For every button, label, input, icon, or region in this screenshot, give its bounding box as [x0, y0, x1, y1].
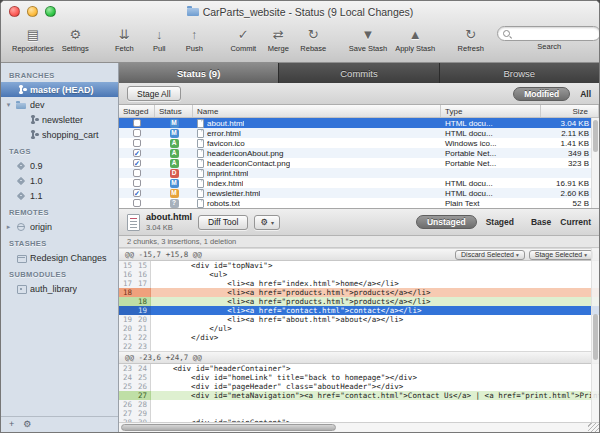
new-line-number: 15: [135, 261, 151, 270]
file-row[interactable]: M error.html HTML docu... 2.11 KB: [119, 128, 599, 138]
diff-line[interactable]: 18 <li><a href="products.html">products<…: [119, 297, 599, 306]
settings-button[interactable]: ⚙ Settings: [59, 24, 92, 54]
disclosure-triangle-icon[interactable]: ▸: [4, 223, 13, 231]
staged-checkbox[interactable]: [133, 119, 141, 127]
diff-line[interactable]: 15 15 <div id="topNavi">: [119, 261, 599, 270]
column-header-status[interactable]: Status: [155, 105, 193, 117]
push-button[interactable]: ↑ Push: [178, 24, 211, 54]
diff-line[interactable]: 19 20 <li><a href="about.html">about</a>…: [119, 315, 599, 324]
column-header-size[interactable]: Size: [541, 105, 599, 117]
sidebar-item-origin[interactable]: ▸ origin: [1, 219, 118, 234]
stage-selected-button[interactable]: Stage Selected ▾: [529, 250, 593, 260]
pull-button[interactable]: ↓ Pull: [143, 24, 176, 54]
diff-tool-button[interactable]: Diff Tool: [198, 215, 248, 230]
titlebar[interactable]: CarParts_website - Status (9 Local Chang…: [1, 1, 599, 22]
commit-icon: ✓: [238, 25, 249, 44]
column-header-type[interactable]: Type: [441, 105, 541, 117]
column-header-staged[interactable]: Staged: [119, 105, 155, 117]
staged-checkbox[interactable]: [133, 129, 141, 137]
filter-all-button[interactable]: All: [580, 89, 591, 99]
table-scrollbar[interactable]: [591, 118, 599, 208]
diff-line[interactable]: 18 <li><a href="products.html">products<…: [119, 288, 599, 297]
repositories-button[interactable]: ▤ Repositories: [9, 24, 57, 54]
sidebar-item-dev[interactable]: ▾ dev: [1, 97, 118, 112]
diff-scrollbar-thumb[interactable]: [593, 314, 598, 360]
add-icon[interactable]: +: [9, 420, 14, 429]
save-stash-button[interactable]: ▼ Save Stash: [346, 24, 390, 54]
commit-button[interactable]: ✓ Commit: [227, 24, 260, 54]
pull-icon: ↓: [156, 25, 163, 44]
tab-commits[interactable]: Commits: [279, 63, 439, 83]
staged-checkbox[interactable]: ✓: [133, 189, 141, 197]
close-button[interactable]: [9, 6, 20, 17]
line-text: <li><a href="products.html">products</a>…: [151, 297, 599, 306]
diff-line[interactable]: 27 29: [119, 409, 599, 418]
staged-checkbox[interactable]: [133, 199, 141, 207]
file-icon: [197, 189, 204, 198]
sidebar-item-master-head[interactable]: master (HEAD): [1, 82, 118, 97]
file-row[interactable]: D imprint.html: [119, 168, 599, 178]
file-row[interactable]: M index.html HTML docu... 16.91 KB: [119, 178, 599, 188]
merge-button[interactable]: ⇄ Merge: [262, 24, 295, 54]
file-row[interactable]: ✓ A headerIconContact.png Portable Net..…: [119, 158, 599, 168]
search-field[interactable]: [497, 26, 600, 41]
sidebar-item-0-9[interactable]: 0.9: [1, 158, 118, 173]
file-row[interactable]: ✓ A headerIconAbout.png Portable Net... …: [119, 148, 599, 158]
horizontal-scrollbar[interactable]: [119, 422, 599, 432]
diff-line[interactable]: 23 24 <div id="headerContainer">: [119, 364, 599, 373]
diff-line[interactable]: 17 17 <li><a href="index.html">home</a><…: [119, 279, 599, 288]
diff-line[interactable]: 21 22 </div>: [119, 333, 599, 342]
diff-line[interactable]: 25 26 <div id="pageHeader" class="aboutH…: [119, 382, 599, 391]
minimize-button[interactable]: [27, 6, 38, 17]
staged-checkbox[interactable]: ✓: [133, 149, 141, 157]
diff-line[interactable]: 26 28: [119, 400, 599, 409]
diff-scrollbar[interactable]: [591, 248, 599, 422]
staged-checkbox[interactable]: [133, 139, 141, 147]
new-line-number: 24: [135, 364, 151, 373]
discard-selected-button[interactable]: Discard Selected ▾: [455, 250, 525, 260]
column-header-name[interactable]: Name: [193, 105, 441, 117]
view-staged-button[interactable]: Staged: [486, 217, 514, 227]
file-row[interactable]: M about.html HTML docu... 3.04 KB: [119, 118, 599, 128]
diff-line[interactable]: 20 21 </ul>: [119, 324, 599, 333]
diff-line[interactable]: 24 25 <div id="homeLink" title="back to …: [119, 373, 599, 382]
table-scrollbar-thumb[interactable]: [593, 120, 598, 152]
gear-icon[interactable]: ⚙: [23, 420, 31, 429]
view-current-button[interactable]: Current: [560, 217, 591, 227]
file-row[interactable]: A favicon.ico Windows ico... 1.41 KB: [119, 138, 599, 148]
diff-line[interactable]: 27 <div id="metaNavigation"><a href="con…: [119, 391, 599, 400]
fetch-button[interactable]: ⇊ Fetch: [108, 24, 141, 54]
old-line-number: 24: [119, 373, 135, 382]
sidebar-item-redesign-changes[interactable]: Redesign Changes: [1, 250, 118, 265]
sidebar-item-1-1[interactable]: 1.1: [1, 188, 118, 203]
filter-modified-button[interactable]: Modified: [513, 87, 570, 101]
resize-grip[interactable]: [588, 423, 599, 433]
staged-checkbox[interactable]: ✓: [133, 159, 141, 167]
diff-line[interactable]: 19 <li><a href="contact.html">contact</a…: [119, 306, 599, 315]
stage-all-button[interactable]: Stage All: [127, 86, 181, 101]
tab-status-9[interactable]: Status (9): [119, 63, 279, 83]
staged-checkbox[interactable]: [133, 169, 141, 177]
view-base-button[interactable]: Base: [531, 217, 551, 227]
tab-browse[interactable]: Browse: [440, 63, 599, 83]
search-input[interactable]: [510, 29, 595, 39]
rebase-button[interactable]: ↻ Rebase: [297, 24, 330, 54]
view-unstaged-button[interactable]: Unstaged: [416, 215, 477, 229]
diff-line[interactable]: 22 23: [119, 342, 599, 351]
sidebar-item-label: 1.0: [30, 176, 43, 186]
disclosure-triangle-icon[interactable]: ▾: [4, 101, 13, 109]
file-table: Staged Status Name Type Size M about.htm…: [119, 105, 599, 208]
refresh-button[interactable]: ↻ Refresh: [454, 24, 487, 54]
sidebar-item-1-0[interactable]: 1.0: [1, 173, 118, 188]
file-row[interactable]: ? robots.txt Plain Text 52 B: [119, 198, 599, 208]
sidebar-item-newsletter[interactable]: newsletter: [1, 112, 118, 127]
horizontal-scrollbar-thumb[interactable]: [121, 424, 336, 431]
file-row[interactable]: ✓ M newsletter.html HTML docu... 2.60 KB: [119, 188, 599, 198]
diff-options-button[interactable]: ⚙ ▾: [254, 215, 280, 230]
apply-stash-button[interactable]: ▲ Apply Stash: [392, 24, 438, 54]
staged-checkbox[interactable]: [133, 179, 141, 187]
zoom-button[interactable]: [45, 6, 56, 17]
diff-line[interactable]: 16 16 <ul>: [119, 270, 599, 279]
sidebar-item-auth-library[interactable]: auth_library: [1, 281, 118, 296]
sidebar-item-shopping-cart[interactable]: shopping_cart: [1, 127, 118, 142]
